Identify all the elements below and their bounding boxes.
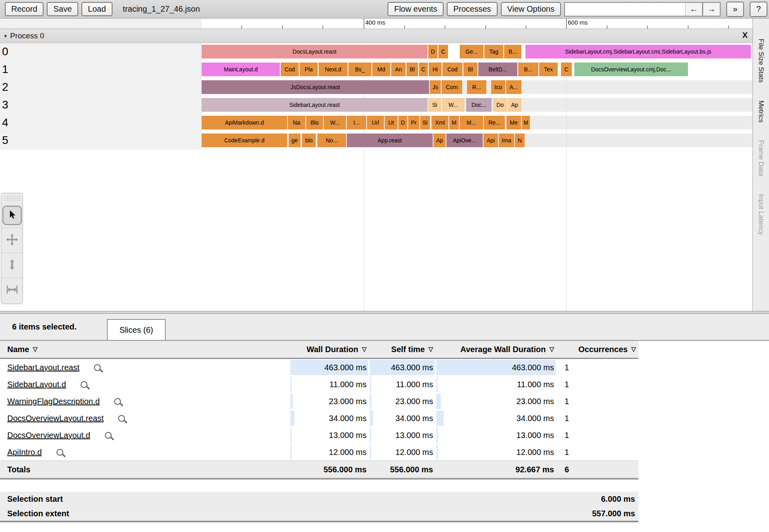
trace-slice[interactable]: BeltD... bbox=[478, 63, 517, 76]
magnifier-icon[interactable] bbox=[105, 432, 112, 439]
column-header-name[interactable]: Name ▽ bbox=[0, 345, 290, 354]
find-previous-button[interactable]: ← bbox=[685, 2, 703, 17]
slice-name-link[interactable]: ApiIntro.d bbox=[7, 444, 42, 461]
magnifier-icon[interactable] bbox=[118, 415, 125, 422]
table-row[interactable]: WarningFlagDescription.d23.000 ms23.000 … bbox=[0, 393, 638, 410]
selection-tool-button[interactable] bbox=[1, 203, 23, 227]
trace-slice[interactable]: blo bbox=[302, 134, 316, 147]
trace-slice[interactable]: A... bbox=[506, 80, 521, 94]
trace-slice[interactable]: DocsLayout.reast bbox=[202, 45, 427, 58]
trace-slice[interactable]: N bbox=[515, 134, 525, 147]
trace-slice[interactable]: App.reast bbox=[347, 134, 433, 147]
flow-events-button[interactable]: Flow events bbox=[388, 2, 444, 16]
table-row[interactable]: ApiIntro.d12.000 ms12.000 ms12.000 ms1 bbox=[0, 444, 638, 461]
view-options-button[interactable]: View Options bbox=[501, 2, 561, 16]
search-input[interactable] bbox=[564, 2, 685, 17]
trace-slice[interactable]: D bbox=[398, 116, 407, 129]
expand-panel-button[interactable]: » bbox=[726, 2, 744, 17]
trace-slice[interactable]: C bbox=[438, 45, 448, 58]
table-row[interactable]: DocsOverviewLayout.d13.000 ms13.000 ms13… bbox=[0, 427, 638, 444]
tab-slices[interactable]: Slices (6) bbox=[107, 319, 166, 341]
trace-slice[interactable]: M bbox=[522, 116, 530, 129]
record-button[interactable]: Record bbox=[5, 2, 44, 16]
trace-slice[interactable]: ApiMarkdown.d bbox=[202, 116, 287, 129]
column-header-wall-duration[interactable]: Wall Duration ▽ bbox=[290, 345, 369, 354]
trace-slice[interactable]: An bbox=[391, 63, 406, 76]
trace-slice[interactable]: R... bbox=[467, 80, 486, 94]
trace-slice[interactable]: W... bbox=[442, 98, 465, 112]
pane-splitter[interactable] bbox=[0, 311, 769, 314]
trace-slice[interactable]: Doc... bbox=[466, 98, 492, 112]
trace-slice[interactable]: Re... bbox=[484, 116, 505, 129]
trace-slice[interactable]: Com bbox=[442, 80, 462, 94]
slice-name-link[interactable]: DocsOverviewLayout.reast bbox=[7, 410, 104, 427]
trace-slice[interactable]: Hi bbox=[429, 63, 442, 76]
trace-slice[interactable]: Url bbox=[367, 116, 384, 129]
magnifier-icon[interactable] bbox=[81, 381, 88, 388]
trace-slice[interactable]: Ima bbox=[499, 134, 514, 147]
table-row[interactable]: DocsOverviewLayout.reast34.000 ms34.000 … bbox=[0, 410, 638, 427]
side-tab-metrics[interactable]: Metrics bbox=[757, 100, 765, 123]
trace-slice[interactable]: Md bbox=[372, 63, 390, 76]
trace-slice[interactable]: Na bbox=[288, 116, 305, 129]
trace-slice[interactable]: Blo bbox=[306, 116, 323, 129]
trace-slice[interactable]: Bs_ bbox=[348, 63, 371, 76]
trace-slice[interactable]: Bl bbox=[463, 63, 477, 76]
trace-slice[interactable]: SidebarLayout.cmj,SidebarLayout.cmi,Side… bbox=[525, 45, 751, 58]
trace-slice[interactable]: Si bbox=[428, 98, 441, 112]
collapse-caret-icon[interactable]: ▾ bbox=[4, 33, 7, 39]
trace-slice[interactable]: C bbox=[561, 63, 572, 76]
slice-name-link[interactable]: SidebarLayout.d bbox=[7, 376, 66, 393]
trace-slice[interactable]: CodeExample.d bbox=[202, 134, 287, 147]
find-next-button[interactable]: → bbox=[703, 2, 721, 17]
trace-slice[interactable]: Cod bbox=[281, 63, 299, 76]
trace-slice[interactable]: Next.d bbox=[319, 63, 348, 76]
trace-slice[interactable]: C bbox=[419, 63, 428, 76]
slice-name-link[interactable]: WarningFlagDescription.d bbox=[7, 393, 100, 410]
trace-slice[interactable]: W... bbox=[324, 116, 346, 129]
table-row[interactable]: SidebarLayout.d11.000 ms11.000 ms11.000 … bbox=[0, 376, 638, 393]
save-button[interactable]: Save bbox=[47, 2, 78, 16]
trace-slice[interactable]: Ge... bbox=[460, 45, 483, 58]
magnifier-icon[interactable] bbox=[94, 364, 101, 371]
trace-slice[interactable]: Bl bbox=[406, 63, 418, 76]
trace-slice[interactable]: No... bbox=[317, 134, 346, 147]
side-tab-input-latency[interactable]: Input Latency bbox=[757, 194, 765, 235]
slice-name-link[interactable]: SidebarLayout.reast bbox=[7, 359, 79, 376]
processes-button[interactable]: Processes bbox=[447, 2, 497, 16]
load-button[interactable]: Load bbox=[81, 2, 113, 16]
trace-slice[interactable]: Xml bbox=[431, 116, 448, 129]
help-button[interactable]: ? bbox=[750, 2, 767, 17]
trace-slice[interactable]: Do bbox=[493, 98, 507, 112]
trace-slice[interactable]: Tag bbox=[484, 45, 503, 58]
trace-slice[interactable]: ge bbox=[289, 134, 300, 147]
slice-name-link[interactable]: DocsOverviewLayout.d bbox=[7, 427, 90, 444]
column-header-self-time[interactable]: Self time ▽ bbox=[369, 345, 436, 354]
trace-slice[interactable]: ApiOve... bbox=[446, 134, 483, 147]
trace-slice[interactable]: DocsOverviewLayout.cmj,Doc... bbox=[574, 63, 688, 76]
trace-slice[interactable]: Js bbox=[430, 80, 441, 94]
magnifier-icon[interactable] bbox=[114, 398, 121, 405]
trace-slice[interactable]: D bbox=[428, 45, 438, 58]
trace-slice[interactable]: Ico bbox=[491, 80, 505, 94]
trace-slice[interactable]: M... bbox=[460, 116, 483, 129]
trace-slice[interactable]: Me bbox=[506, 116, 521, 129]
trace-slice[interactable]: Pr bbox=[408, 116, 419, 129]
trace-slice[interactable]: Pla bbox=[300, 63, 318, 76]
trace-slice[interactable]: B... bbox=[518, 63, 538, 76]
trace-slice[interactable]: Ap bbox=[433, 134, 446, 147]
close-process-button[interactable]: X bbox=[742, 31, 748, 40]
palette-drag-handle[interactable] bbox=[4, 195, 20, 202]
zoom-tool-button[interactable] bbox=[1, 252, 23, 277]
trace-slice[interactable]: Cod bbox=[442, 63, 463, 76]
table-row[interactable]: SidebarLayout.reast463.000 ms463.000 ms4… bbox=[0, 359, 638, 376]
trace-slice[interactable]: I... bbox=[347, 116, 366, 129]
side-tab-frame-data[interactable]: Frame Data bbox=[757, 140, 765, 176]
trace-slice[interactable]: MainLayout.d bbox=[202, 63, 280, 76]
trace-slice[interactable]: M bbox=[449, 116, 459, 129]
process-header[interactable]: ▾ Process 0 X bbox=[0, 29, 752, 43]
side-tab-file-size-stats[interactable]: File Size Stats bbox=[757, 39, 765, 83]
trace-slice[interactable]: SidebarLayout.reast bbox=[202, 98, 427, 112]
trace-slice[interactable]: Si bbox=[420, 116, 430, 129]
pan-tool-button[interactable] bbox=[1, 227, 23, 252]
